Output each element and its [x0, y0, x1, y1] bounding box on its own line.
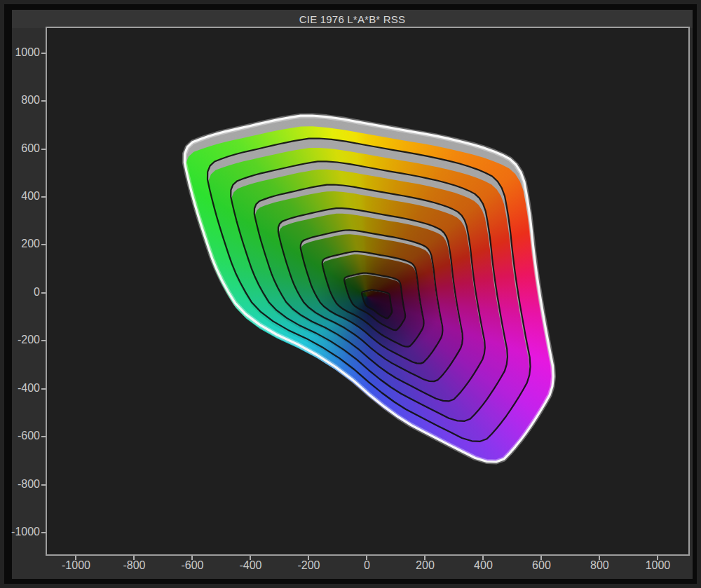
- y-axis-tick-label: -200: [0, 334, 40, 346]
- chart-title-bar: CIE 1976 L*A*B* RSS: [12, 10, 693, 28]
- x-axis-tick-label: 600: [532, 559, 551, 572]
- y-axis-tick: [41, 532, 46, 533]
- y-axis-tick: [41, 388, 46, 390]
- x-axis-tick-label: -200: [297, 559, 320, 572]
- x-axis-tick-label: -400: [239, 559, 261, 572]
- y-axis-tick-label: -600: [0, 430, 40, 442]
- gamut-core-shadow: [47, 28, 688, 554]
- y-axis-tick-label: 200: [0, 238, 40, 250]
- x-axis-tick-label: 200: [416, 559, 435, 572]
- x-axis-tick-label: -600: [181, 559, 203, 572]
- y-axis-tick-label: 1000: [0, 46, 40, 59]
- y-axis-tick: [41, 292, 46, 294]
- y-axis-tick-label: 600: [0, 142, 40, 155]
- y-axis-tick: [41, 484, 46, 486]
- x-axis-tick-label: -800: [123, 559, 145, 572]
- y-axis-tick: [41, 100, 46, 102]
- y-axis-tick: [41, 149, 46, 150]
- y-axis-tick-label: 0: [0, 286, 40, 299]
- x-axis-tick-label: 800: [590, 559, 609, 572]
- gamut-fill-layers: [47, 28, 688, 554]
- screenshot-root: { "window": { "title": "CIE 1976 L*A*B* …: [0, 0, 701, 588]
- y-axis-tick: [41, 196, 46, 198]
- x-axis-tick-label: -1000: [62, 559, 90, 572]
- y-axis-tick: [41, 244, 46, 245]
- x-axis-tick-label: 1000: [646, 559, 671, 572]
- x-axis-tick-label: 400: [474, 559, 493, 572]
- chart-title: CIE 1976 L*A*B* RSS: [299, 13, 405, 25]
- y-axis-tick: [41, 53, 46, 54]
- y-axis-tick-label: -1000: [0, 526, 40, 538]
- y-axis-tick-label: -800: [0, 478, 40, 491]
- y-axis-tick-label: -400: [0, 382, 40, 395]
- y-axis-tick-label: 800: [0, 94, 40, 107]
- y-axis-tick: [41, 340, 46, 341]
- y-axis-tick-label: 400: [0, 190, 40, 203]
- x-axis-tick-label: 0: [364, 559, 370, 572]
- y-axis-tick: [41, 436, 46, 437]
